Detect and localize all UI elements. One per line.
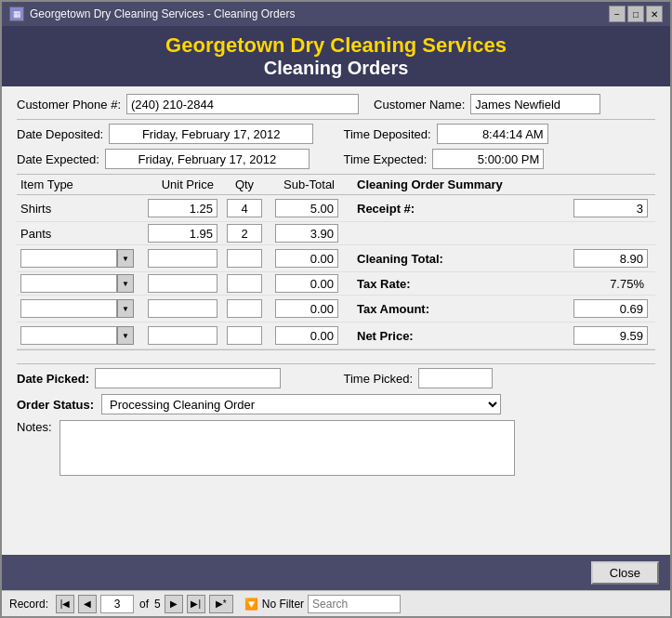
- cleaning-total-input[interactable]: [573, 249, 648, 268]
- price-cell: [138, 224, 221, 243]
- nav-total: 5: [154, 598, 161, 611]
- nav-last-button[interactable]: ▶|: [187, 595, 205, 613]
- app-icon: ▦: [9, 7, 24, 21]
- time-expected-col: Time Expected:: [344, 149, 656, 169]
- price-input-4[interactable]: [148, 274, 217, 293]
- receipt-row: Receipt #:: [357, 197, 655, 219]
- price-cell: [138, 274, 221, 293]
- order-table: Item Type Unit Price Qty Sub-Total Clean…: [17, 174, 655, 350]
- subtotal-input-5[interactable]: [275, 299, 338, 318]
- subtotal-cell: [268, 224, 342, 243]
- item-dropdown-btn-3[interactable]: ▼: [117, 249, 134, 268]
- qty-input-pants[interactable]: [227, 224, 262, 243]
- search-input[interactable]: [308, 595, 401, 613]
- date-deposited-col: Date Deposited:: [17, 124, 329, 144]
- customer-name-input[interactable]: [470, 94, 600, 114]
- item-cell: ▼: [17, 274, 138, 293]
- time-expected-label: Time Expected:: [344, 152, 428, 166]
- price-input-6[interactable]: [148, 326, 217, 345]
- customer-phone-label: Customer Phone #:: [17, 98, 121, 112]
- item-dropdown-btn-6[interactable]: ▼: [117, 326, 134, 345]
- col-price-header: Unit Price: [138, 178, 221, 191]
- qty-cell: [221, 326, 268, 345]
- item-dropdown-btn-5[interactable]: ▼: [117, 299, 134, 318]
- title-bar-controls: − □ ✕: [609, 6, 663, 22]
- item-dropdown-btn-4[interactable]: ▼: [117, 274, 134, 293]
- qty-input-shirts[interactable]: [227, 199, 262, 217]
- minimize-button[interactable]: −: [609, 6, 626, 22]
- item-cell: ▼: [17, 299, 138, 318]
- close-button[interactable]: Close: [591, 561, 659, 585]
- subtotal-cell: [268, 326, 342, 345]
- date-expected-input[interactable]: [105, 149, 310, 169]
- nav-prev-button[interactable]: ◀: [78, 595, 97, 613]
- nav-of-label: of: [139, 598, 149, 611]
- time-picked-input[interactable]: [418, 368, 493, 388]
- item-input-4[interactable]: [20, 274, 117, 293]
- nav-first-button[interactable]: |◀: [56, 595, 74, 613]
- close-window-button[interactable]: ✕: [646, 6, 663, 22]
- time-deposited-input[interactable]: [437, 124, 548, 144]
- customer-phone-input[interactable]: [126, 94, 359, 114]
- col-subtotal-header: Sub-Total: [268, 178, 342, 191]
- qty-input-5[interactable]: [227, 299, 262, 318]
- qty-cell: [221, 274, 268, 293]
- time-expected-input[interactable]: [432, 149, 544, 169]
- price-input-3[interactable]: [148, 249, 217, 268]
- customer-info-row: Customer Phone #: Customer Name:: [17, 94, 655, 114]
- date-picked-input[interactable]: [95, 368, 281, 388]
- net-price-row: Net Price:: [357, 324, 655, 347]
- record-label: Record:: [9, 598, 48, 611]
- order-status-select[interactable]: Processing Cleaning Order Order Complete…: [101, 394, 501, 414]
- receipt-input[interactable]: [573, 199, 648, 217]
- qty-input-3[interactable]: [227, 249, 262, 268]
- price-input-pants[interactable]: [148, 224, 217, 243]
- subtotal-input-shirts[interactable]: [275, 199, 338, 217]
- notes-textarea[interactable]: [59, 420, 515, 476]
- date-picked-label: Date Picked:: [17, 372, 89, 386]
- window-title: Georgetown Dry Cleaning Services - Clean…: [30, 7, 295, 20]
- order-status-row: Order Status: Processing Cleaning Order …: [17, 394, 655, 414]
- deposited-row: Date Deposited: Time Deposited:: [17, 124, 655, 144]
- price-cell: [138, 299, 221, 318]
- header-section: Georgetown Dry Cleaning Services Cleanin…: [2, 26, 670, 86]
- price-cell: [138, 326, 221, 345]
- maximize-button[interactable]: □: [627, 6, 644, 22]
- col-qty-header: Qty: [221, 178, 268, 191]
- nav-record-input[interactable]: [100, 595, 134, 613]
- net-price-input[interactable]: [573, 326, 648, 345]
- price-cell: [138, 199, 221, 217]
- date-deposited-label: Date Deposited:: [17, 127, 103, 141]
- date-deposited-input[interactable]: [109, 124, 313, 144]
- tax-rate-value: 7.75%: [610, 277, 648, 291]
- item-cell: ▼: [17, 249, 138, 268]
- expected-row: Date Expected: Time Expected:: [17, 149, 655, 169]
- time-picked-label: Time Picked:: [344, 372, 414, 386]
- price-cell: [138, 249, 221, 268]
- tax-amount-input[interactable]: [573, 299, 648, 318]
- time-deposited-label: Time Deposited:: [344, 127, 431, 141]
- price-input-shirts[interactable]: [148, 199, 217, 217]
- order-status-label: Order Status:: [17, 398, 94, 412]
- subtotal-cell: [268, 199, 342, 217]
- subtotal-cell: [268, 274, 342, 293]
- bottom-section: Date Picked: Time Picked: Order Status: …: [17, 356, 655, 480]
- subtotal-input-pants[interactable]: [275, 224, 338, 243]
- item-input-3[interactable]: [20, 249, 117, 268]
- subtotal-input-4[interactable]: [275, 274, 338, 293]
- qty-input-4[interactable]: [227, 274, 262, 293]
- subtotal-input-6[interactable]: [275, 326, 338, 345]
- subtotal-input-3[interactable]: [275, 249, 338, 268]
- price-input-5[interactable]: [148, 299, 217, 318]
- nav-next-button[interactable]: ▶: [165, 595, 183, 613]
- cleaning-total-label: Cleaning Total:: [357, 252, 443, 266]
- cleaning-total-row: Cleaning Total:: [357, 247, 655, 270]
- qty-input-6[interactable]: [227, 326, 262, 345]
- col-summary-header: Cleaning Order Summary: [342, 178, 655, 191]
- item-input-6[interactable]: [20, 326, 117, 345]
- nav-new-button[interactable]: ▶*: [209, 595, 233, 613]
- item-name-pants: Pants: [20, 227, 51, 241]
- summary-cleaning-total-row: Cleaning Total:: [342, 247, 655, 270]
- table-row: ▼ Tax Amount:: [17, 296, 655, 322]
- item-input-5[interactable]: [20, 299, 117, 318]
